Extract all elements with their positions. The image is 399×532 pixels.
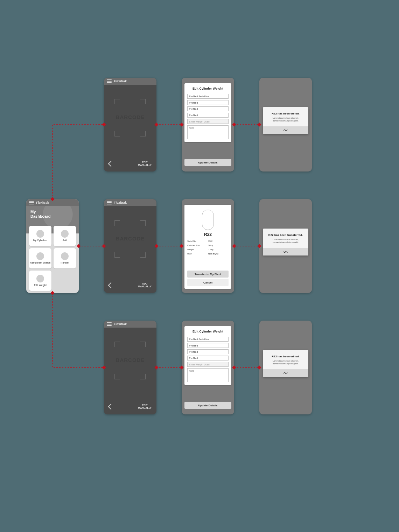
tile-icon: [36, 230, 44, 238]
edit-card: Edit Cylinder Weight Prefilled Serial No…: [184, 326, 231, 385]
field-3[interactable]: Prefilled: [187, 356, 229, 360]
field-2[interactable]: Prefilled: [187, 349, 229, 354]
transfer-button[interactable]: Transfer to My Fleet: [187, 271, 229, 278]
row-size: Cylinder Size10kg: [187, 244, 229, 246]
screen-modal-transferred: R22 has been transferred. Lorem ipsum do…: [259, 199, 312, 293]
app-title: Flexitrak: [114, 79, 127, 83]
scan-placeholder: BARCODE: [114, 236, 146, 241]
tile-transfer[interactable]: Transfer: [54, 248, 76, 268]
row-weight: Weight2.5kg: [187, 248, 229, 251]
modal-body: Lorem ipsum dolor sit amet, consectetuer…: [268, 238, 303, 244]
form-heading: Edit Cylinder Weight: [187, 330, 229, 333]
screen-dashboard: Flexitrak My Dashboard My Cylinders Add …: [26, 199, 79, 293]
screen-modal-edited-2: R22 has been edited. Lorem ipsum dolor s…: [259, 321, 312, 414]
screen-cylinder-details: R22 Serial No.XXX Cylinder Size10kg Weig…: [182, 199, 234, 293]
modal-body: Lorem ipsum dolor sit amet, consectetuer…: [268, 117, 303, 122]
ok-button[interactable]: OK: [263, 126, 308, 134]
modal-title: R22 has been edited.: [266, 112, 306, 115]
field-weight-used[interactable]: Enter Weight Used: [187, 362, 229, 367]
appbar: Flexitrak: [104, 78, 156, 85]
hamburger-icon[interactable]: [107, 322, 112, 326]
field-3[interactable]: Prefilled: [187, 113, 229, 118]
tile-icon: [61, 252, 69, 260]
manual-button[interactable]: ADDMANUALLY: [138, 282, 152, 288]
field-serial[interactable]: Prefilled Serial No.: [187, 337, 229, 342]
appbar: Flexitrak: [104, 321, 156, 328]
app-title: Flexitrak: [36, 201, 49, 204]
scan-placeholder: BARCODE: [114, 357, 146, 363]
modal-body: Lorem ipsum dolor sit amet, consectetuer…: [268, 359, 303, 365]
scan-placeholder: BARCODE: [114, 114, 146, 120]
submit-button[interactable]: Update Details: [184, 159, 231, 166]
row-serial: Serial No.XXX: [187, 240, 229, 242]
tile-refrigerant-search[interactable]: Refrigerant Search: [29, 248, 51, 268]
cylinder-name: R22: [187, 232, 229, 237]
field-1[interactable]: Prefilled: [187, 343, 229, 348]
appbar: Flexitrak: [104, 199, 156, 206]
tile-icon: [61, 230, 69, 238]
hamburger-icon[interactable]: [107, 201, 112, 204]
tile-icon: [36, 275, 44, 282]
scan-reticle: BARCODE: [114, 220, 146, 258]
appbar: Flexitrak: [26, 199, 79, 206]
screen-edit-form: Edit Cylinder Weight Prefilled Serial No…: [182, 78, 234, 172]
manual-button[interactable]: EDITMANUALLY: [138, 404, 152, 410]
cancel-button[interactable]: Cancel: [187, 279, 229, 286]
screen-scan-edit-2: Flexitrak BARCODE EDITMANUALLY: [104, 321, 156, 414]
dashboard-title-line: My Dashboard: [30, 210, 75, 219]
modal-title: R22 has been transferred.: [266, 233, 306, 237]
app-title: Flexitrak: [114, 201, 127, 204]
cylinder-icon: [202, 210, 214, 230]
submit-button[interactable]: Update Details: [184, 402, 231, 409]
modal: R22 has been transferred. Lorem ipsum do…: [263, 229, 308, 255]
details-card: R22 Serial No.XXX Cylinder Size10kg Weig…: [184, 205, 231, 289]
modal: R22 has been edited. Lorem ipsum dolor s…: [263, 350, 308, 377]
back-icon[interactable]: [108, 404, 114, 410]
hamburger-icon[interactable]: [107, 79, 112, 83]
modal-title: R22 has been edited.: [266, 355, 306, 358]
dashboard-tiles: My Cylinders Add Refrigerant Search Tran…: [26, 226, 79, 291]
field-2[interactable]: Prefilled: [187, 106, 229, 111]
tile-my-cylinders[interactable]: My Cylinders: [29, 226, 51, 246]
field-weight-used[interactable]: Enter Weight Used: [187, 119, 229, 124]
scan-reticle: BARCODE: [114, 99, 146, 136]
hamburger-icon[interactable]: [29, 201, 34, 204]
back-icon[interactable]: [108, 282, 114, 288]
tile-add[interactable]: Add: [54, 226, 76, 246]
field-serial[interactable]: Prefilled Serial No.: [187, 94, 229, 99]
app-title: Flexitrak: [114, 322, 127, 326]
modal: R22 has been edited. Lorem ipsum dolor s…: [263, 107, 308, 134]
tile-edit-weight[interactable]: Edit Weight: [29, 271, 51, 291]
screen-scan-edit: Flexitrak BARCODE EDITMANUALLY: [104, 78, 156, 172]
edit-card: Edit Cylinder Weight Prefilled Serial No…: [184, 83, 231, 142]
field-note[interactable]: Note: [187, 125, 229, 139]
screen-edit-form-2: Edit Cylinder Weight Prefilled Serial No…: [182, 321, 234, 414]
manual-button[interactable]: EDITMANUALLY: [138, 161, 152, 167]
field-1[interactable]: Prefilled: [187, 100, 229, 105]
field-note[interactable]: Note: [187, 368, 229, 382]
screen-scan-add: Flexitrak BARCODE ADDMANUALLY: [104, 199, 156, 293]
ok-button[interactable]: OK: [263, 248, 308, 255]
tile-icon: [36, 252, 44, 260]
form-heading: Edit Cylinder Weight: [187, 87, 229, 90]
row-user: UserNick Bryno: [187, 253, 229, 255]
ok-button[interactable]: OK: [263, 369, 308, 377]
back-icon[interactable]: [108, 161, 114, 167]
screen-modal-edited: R22 has been edited. Lorem ipsum dolor s…: [259, 78, 312, 172]
scan-reticle: BARCODE: [114, 342, 146, 379]
